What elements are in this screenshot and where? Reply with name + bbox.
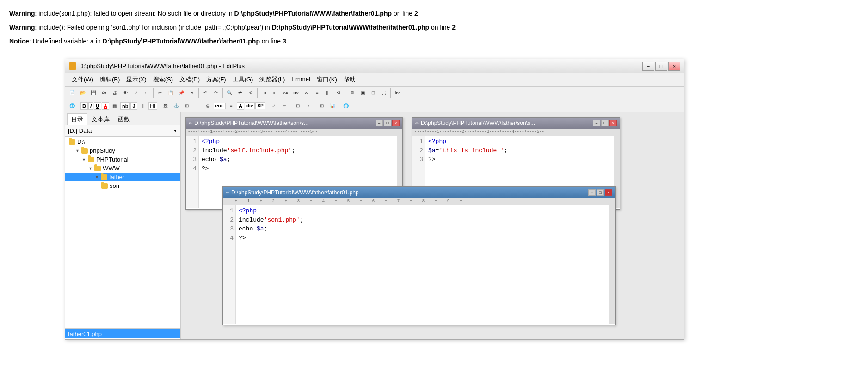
close-doc-button[interactable]: ✕: [187, 88, 197, 98]
browser-back-button[interactable]: 🌐: [67, 101, 77, 111]
div-button[interactable]: div: [245, 102, 255, 109]
menu-edit[interactable]: 编辑(B): [97, 75, 123, 85]
tb-window-button[interactable]: ▣: [357, 88, 368, 98]
drive-dropdown-icon[interactable]: ▼: [173, 128, 178, 133]
tb-btn-8[interactable]: ↩: [142, 88, 152, 98]
subwin-3-scrollbar[interactable]: [609, 205, 615, 324]
font-color-button[interactable]: A: [102, 102, 109, 110]
open-file-button[interactable]: 📂: [78, 88, 88, 98]
tb-music-button[interactable]: ♪: [303, 101, 314, 111]
tb-list-button[interactable]: ≡: [226, 101, 236, 111]
title-bar-controls: − □ ×: [642, 62, 680, 71]
tb-pencil-button[interactable]: ✏: [279, 101, 289, 111]
italic-button[interactable]: I: [88, 102, 93, 110]
subwin-3-close[interactable]: ×: [605, 189, 612, 196]
tb-validate-button[interactable]: ✓: [269, 101, 279, 111]
word-wrap-button[interactable]: W: [302, 88, 312, 98]
indent-button[interactable]: ⇥: [259, 88, 269, 98]
minimize-button[interactable]: −: [642, 62, 654, 71]
subwin-3-titlebar: ✏ D:\phpStudy\PHPTutorial\WWW\father\fat…: [223, 187, 615, 198]
restore-button[interactable]: □: [655, 62, 667, 71]
save-button[interactable]: 💾: [88, 88, 98, 98]
j-button[interactable]: J: [130, 102, 137, 110]
tb-help-button[interactable]: k?: [392, 88, 402, 98]
tree-item-www[interactable]: ▼ WWW: [65, 164, 180, 173]
subwin-3-restore[interactable]: □: [597, 189, 604, 196]
tree-item-phpstudy[interactable]: ▼ phpStudy: [65, 146, 180, 155]
subwin-1-close[interactable]: ×: [392, 120, 400, 126]
copy-button[interactable]: 📋: [166, 88, 176, 98]
menu-file[interactable]: 文件(W): [69, 75, 96, 85]
hx-button[interactable]: Hx: [291, 88, 301, 98]
subwin-3-minimize[interactable]: −: [588, 189, 596, 196]
print-preview-button[interactable]: 👁: [120, 88, 130, 98]
menu-emmet[interactable]: Emmet: [289, 75, 313, 85]
drive-label: [D:] Data: [68, 127, 92, 134]
paste-button[interactable]: 📌: [176, 88, 186, 98]
tb-gear-button[interactable]: ⚙: [333, 88, 344, 98]
tb-table-button[interactable]: ⊞: [182, 101, 192, 111]
sidebar-tab-functions[interactable]: 函数: [114, 113, 134, 125]
tb-fullscreen-button[interactable]: ⛶: [379, 88, 389, 98]
tb-circle-button[interactable]: ◎: [203, 101, 213, 111]
hi-button[interactable]: HI: [148, 102, 157, 110]
tb-monitor-button[interactable]: 🖥: [347, 88, 357, 98]
a-button[interactable]: A: [237, 102, 244, 110]
toolbar2-separator-3: [267, 101, 267, 111]
tree-item-son[interactable]: son: [65, 181, 180, 190]
tb-grid-button[interactable]: ⊞: [317, 101, 327, 111]
tree-item-phptutorial[interactable]: ▼ PHPTutorial: [65, 155, 180, 164]
sidebar-tab-directory[interactable]: 目录: [67, 113, 87, 125]
tb-columns-button[interactable]: ⊟: [293, 101, 303, 111]
sidebar-tab-textlib[interactable]: 文本库: [87, 113, 114, 125]
menu-window[interactable]: 窗口(K): [314, 75, 339, 85]
save-all-button[interactable]: 🗂: [99, 88, 109, 98]
menu-tools[interactable]: 工具(G): [230, 75, 256, 85]
subwin-2-close[interactable]: ×: [609, 120, 617, 126]
outdent-button[interactable]: ⇤: [270, 88, 280, 98]
close-button[interactable]: ×: [668, 62, 680, 71]
tb-btn-replace[interactable]: ⟲: [246, 88, 256, 98]
ruler-button[interactable]: |||: [323, 88, 333, 98]
undo-button[interactable]: ↶: [200, 88, 210, 98]
tree-item-father[interactable]: ▼ father: [65, 173, 180, 181]
tb-anchor-button[interactable]: ⚓: [171, 101, 181, 111]
subwin-2-minimize[interactable]: −: [593, 120, 600, 126]
menu-help[interactable]: 帮助: [341, 75, 358, 85]
align-button[interactable]: ≡: [312, 88, 322, 98]
tb-split-button[interactable]: ⊟: [368, 88, 378, 98]
subwin-1-controls: − □ ×: [376, 120, 400, 126]
menu-doc[interactable]: 文档(D): [177, 75, 203, 85]
cut-button[interactable]: ✂: [155, 88, 165, 98]
tb-hr-button[interactable]: —: [192, 101, 203, 111]
find-button[interactable]: 🔍: [224, 88, 234, 98]
bold-button[interactable]: B: [80, 102, 88, 110]
tb-chart-button[interactable]: 📊: [327, 101, 338, 111]
tb-color-picker[interactable]: ▦: [110, 101, 120, 111]
sp-button[interactable]: SP: [255, 102, 265, 109]
tb-logo-button[interactable]: 🌐: [341, 101, 351, 111]
file-item-father01[interactable]: father01.php: [65, 329, 180, 338]
nb-button[interactable]: nb: [120, 102, 130, 110]
subwin-1-minimize[interactable]: −: [376, 120, 383, 126]
tree-item-d[interactable]: D:\: [65, 137, 180, 146]
menu-view[interactable]: 显示(X): [123, 75, 149, 85]
toolbar-separator-5: [345, 88, 345, 98]
new-file-button[interactable]: 📄: [67, 88, 77, 98]
subwin-3-code[interactable]: <?php include'son1.php'; echo $a; ?>: [236, 205, 609, 324]
menu-search[interactable]: 搜索(S): [150, 75, 176, 85]
tb-image-button[interactable]: 🖼: [160, 101, 171, 111]
spell-check-button[interactable]: ✓: [131, 88, 141, 98]
print-button[interactable]: 🖨: [110, 88, 120, 98]
format-button[interactable]: Aa: [280, 88, 290, 98]
subwin-2-restore[interactable]: □: [601, 120, 609, 126]
menu-project[interactable]: 方案(F): [203, 75, 229, 85]
menu-browser[interactable]: 浏览器(L): [257, 75, 288, 85]
redo-button[interactable]: ↷: [211, 88, 221, 98]
underline-button[interactable]: U: [94, 102, 101, 110]
pre-button[interactable]: PRE: [214, 103, 226, 109]
paragraph-button[interactable]: ¶: [138, 101, 148, 111]
toolbar2-separator-4: [291, 101, 291, 111]
find-replace-button[interactable]: ⇄: [235, 88, 245, 98]
subwin-1-restore[interactable]: □: [384, 120, 391, 126]
